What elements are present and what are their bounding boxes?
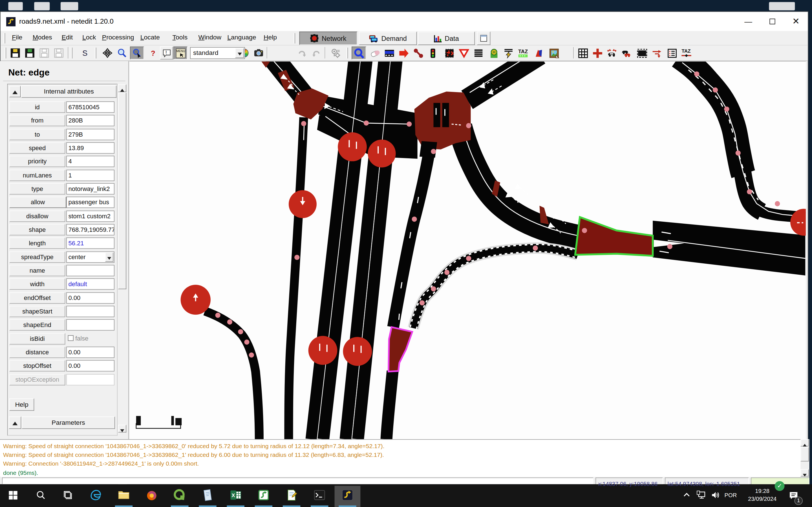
search-icon[interactable] [34, 488, 48, 502]
taskbar-app-terminal[interactable] [312, 488, 327, 502]
attribute-value-speed[interactable]: 13.89 [66, 142, 114, 154]
toolbar-grip[interactable] [4, 33, 5, 44]
menu-file[interactable]: File [12, 34, 22, 41]
poi-mode-button[interactable] [547, 47, 560, 59]
attribute-value-width[interactable]: default [66, 278, 114, 290]
menu-window[interactable]: Window [198, 34, 221, 41]
attribute-value-type[interactable]: notorway_link2 [66, 183, 114, 194]
network-tray-icon[interactable] [694, 488, 708, 502]
zoom-button[interactable] [116, 47, 129, 59]
attribute-value-disallow[interactable]: stom1 custom2 [66, 211, 114, 222]
toolbar-grip[interactable] [5, 48, 6, 59]
toolbar-grip[interactable] [71, 48, 73, 59]
menu-edit[interactable]: Edit [62, 34, 73, 41]
attribute-value-endOffset[interactable]: 0.00 [66, 292, 114, 304]
close-button[interactable]: ✕ [784, 12, 808, 31]
desktop-icon[interactable] [34, 2, 50, 10]
attribute-value-distance[interactable]: 0.00 [66, 347, 114, 358]
taz-mode-button[interactable]: TAZ [516, 47, 529, 59]
isbidi-checkbox[interactable] [68, 335, 73, 341]
menu-processing[interactable]: Processing [102, 34, 134, 41]
attribute-value-from[interactable]: 280B [66, 115, 114, 126]
taskbar-app-excel[interactable]: X [229, 488, 243, 502]
help-button[interactable]: Help [9, 398, 34, 411]
traffic-light-mode-button[interactable] [426, 47, 439, 59]
attribute-value-to[interactable]: 279B [66, 129, 114, 140]
msg-scroll-up[interactable] [801, 439, 809, 446]
attribute-value-stopOException[interactable] [66, 374, 114, 385]
taz-edit-button[interactable]: TAZ [680, 47, 693, 59]
attribute-value-isBidi[interactable]: false [66, 333, 114, 344]
redo-button[interactable] [310, 47, 322, 59]
warnings-button[interactable]: ! [160, 47, 173, 59]
tab-network[interactable]: Network [299, 32, 357, 45]
crossing-mode-button[interactable] [443, 47, 456, 59]
message-window[interactable]: Warning: Speed of straight connection '1… [0, 439, 801, 477]
edit-mode-combo[interactable]: standard [190, 47, 245, 59]
toolbar-grip[interactable] [95, 48, 96, 59]
charging-mode-button[interactable] [502, 47, 515, 59]
menu-lock[interactable]: Lock [82, 34, 96, 41]
title-bar[interactable]: roads9.net.xml - netedit 1.20.0 — ✕ [1, 12, 808, 31]
clock[interactable]: 19:2823/09/2024 [744, 487, 780, 503]
attribute-value-shapeEnd[interactable] [66, 319, 114, 330]
bus-stop-mode-button[interactable]: H [487, 47, 500, 59]
attribute-value-shape[interactable]: 768.79,19059.77 [66, 224, 114, 235]
attribute-value-allow[interactable]: passenger bus [66, 196, 114, 208]
toolbar-grip[interactable] [347, 48, 348, 59]
toolbar-grip[interactable] [294, 33, 295, 44]
combo-dropdown-button[interactable] [235, 48, 244, 58]
attribute-label-stopOException[interactable]: stopOException [9, 374, 65, 385]
menu-button-button[interactable]: MENU [173, 47, 188, 59]
menu-modes[interactable]: Modes [33, 34, 52, 41]
internal-attributes-header[interactable]: Internal attributes [21, 86, 116, 98]
two-cars-button[interactable] [620, 47, 633, 59]
attribute-value-id[interactable]: 678510045 [66, 101, 114, 113]
snapshot-button[interactable] [252, 47, 265, 59]
desktop-icon[interactable] [769, 2, 795, 10]
save-plainxml-button[interactable] [23, 47, 36, 59]
minimize-button[interactable]: — [737, 12, 760, 31]
tab-demand[interactable]: Demand [359, 32, 417, 45]
collapse-parameters-button[interactable] [9, 416, 21, 429]
panel-scrollbar[interactable] [118, 84, 127, 494]
tray-chevron-icon[interactable] [679, 488, 694, 502]
save-demand-button[interactable] [38, 47, 51, 59]
parameters-header[interactable]: Parameters [22, 416, 115, 429]
collapse-internal-attributes-button[interactable] [9, 86, 20, 97]
taskbar-app-qgis[interactable] [172, 488, 187, 502]
desktop-icon[interactable] [8, 2, 22, 10]
scroll-up-button[interactable] [118, 84, 126, 92]
msg-scroll-thumb[interactable] [801, 447, 809, 461]
delete-mode-button[interactable] [368, 47, 381, 59]
move-mode-button[interactable] [397, 47, 410, 59]
polygon-mode-button[interactable] [532, 47, 545, 59]
scroll-thumb[interactable] [118, 93, 126, 289]
vehicle-button[interactable] [605, 47, 618, 59]
prohibition-mode-button[interactable] [457, 47, 470, 59]
supermode-window-button[interactable] [477, 32, 491, 45]
list-attributes-button[interactable] [665, 47, 678, 59]
create-edge-mode-button[interactable] [383, 47, 396, 59]
desktop-icon[interactable] [61, 2, 78, 10]
taskbar-app-notepadpp[interactable] [284, 488, 299, 502]
inspect-locator-button[interactable] [130, 47, 144, 59]
supermode-s-button[interactable]: S [77, 47, 93, 59]
attribute-label-allow[interactable]: allow [9, 196, 66, 208]
attribute-value-shapeStart[interactable] [66, 305, 114, 317]
attribute-value-stopOffset[interactable]: 0.00 [66, 360, 114, 371]
create-junction-button[interactable] [591, 47, 604, 59]
tab-data[interactable]: Data [418, 32, 475, 45]
undo-button[interactable] [296, 47, 309, 59]
taskbar-app-explorer[interactable] [116, 488, 131, 502]
scroll-down-button[interactable] [118, 425, 126, 433]
start-button[interactable] [6, 488, 20, 502]
inspect-mode-button[interactable] [352, 47, 366, 59]
taskbar-app-netedit[interactable] [340, 488, 355, 502]
menu-tools[interactable]: Tools [172, 34, 188, 41]
help-button[interactable]: ? [147, 47, 160, 59]
connection-mode-button[interactable] [412, 47, 424, 59]
taskbar-app-firefox[interactable] [144, 488, 159, 502]
grid-button[interactable] [576, 47, 589, 59]
task-view-icon[interactable] [61, 488, 75, 502]
